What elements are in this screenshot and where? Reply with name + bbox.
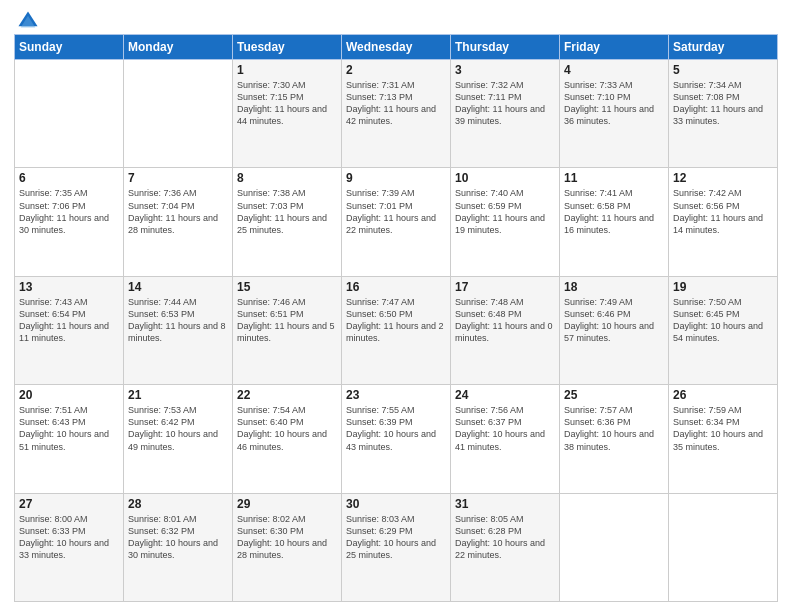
calendar-day-cell: [124, 60, 233, 168]
calendar-day-cell: 2Sunrise: 7:31 AM Sunset: 7:13 PM Daylig…: [342, 60, 451, 168]
calendar-day-cell: 31Sunrise: 8:05 AM Sunset: 6:28 PM Dayli…: [451, 493, 560, 601]
calendar-day-cell: 24Sunrise: 7:56 AM Sunset: 6:37 PM Dayli…: [451, 385, 560, 493]
day-number: 4: [564, 63, 664, 77]
calendar-week-row: 13Sunrise: 7:43 AM Sunset: 6:54 PM Dayli…: [15, 276, 778, 384]
calendar-day-cell: 23Sunrise: 7:55 AM Sunset: 6:39 PM Dayli…: [342, 385, 451, 493]
calendar-week-row: 20Sunrise: 7:51 AM Sunset: 6:43 PM Dayli…: [15, 385, 778, 493]
calendar-day-cell: 20Sunrise: 7:51 AM Sunset: 6:43 PM Dayli…: [15, 385, 124, 493]
day-number: 8: [237, 171, 337, 185]
calendar-day-cell: 13Sunrise: 7:43 AM Sunset: 6:54 PM Dayli…: [15, 276, 124, 384]
logo-icon: [17, 10, 39, 32]
calendar-header-day: Tuesday: [233, 35, 342, 60]
calendar-day-cell: 18Sunrise: 7:49 AM Sunset: 6:46 PM Dayli…: [560, 276, 669, 384]
day-number: 28: [128, 497, 228, 511]
day-number: 2: [346, 63, 446, 77]
day-number: 24: [455, 388, 555, 402]
day-info: Sunrise: 7:53 AM Sunset: 6:42 PM Dayligh…: [128, 404, 228, 453]
day-number: 10: [455, 171, 555, 185]
day-info: Sunrise: 7:59 AM Sunset: 6:34 PM Dayligh…: [673, 404, 773, 453]
calendar-day-cell: 3Sunrise: 7:32 AM Sunset: 7:11 PM Daylig…: [451, 60, 560, 168]
day-number: 13: [19, 280, 119, 294]
day-info: Sunrise: 8:05 AM Sunset: 6:28 PM Dayligh…: [455, 513, 555, 562]
calendar-week-row: 27Sunrise: 8:00 AM Sunset: 6:33 PM Dayli…: [15, 493, 778, 601]
page: SundayMondayTuesdayWednesdayThursdayFrid…: [0, 0, 792, 612]
day-info: Sunrise: 7:41 AM Sunset: 6:58 PM Dayligh…: [564, 187, 664, 236]
day-number: 20: [19, 388, 119, 402]
day-info: Sunrise: 7:49 AM Sunset: 6:46 PM Dayligh…: [564, 296, 664, 345]
calendar-header-day: Saturday: [669, 35, 778, 60]
calendar-day-cell: 19Sunrise: 7:50 AM Sunset: 6:45 PM Dayli…: [669, 276, 778, 384]
calendar-day-cell: 8Sunrise: 7:38 AM Sunset: 7:03 PM Daylig…: [233, 168, 342, 276]
day-info: Sunrise: 7:55 AM Sunset: 6:39 PM Dayligh…: [346, 404, 446, 453]
day-info: Sunrise: 7:54 AM Sunset: 6:40 PM Dayligh…: [237, 404, 337, 453]
day-number: 16: [346, 280, 446, 294]
day-info: Sunrise: 7:38 AM Sunset: 7:03 PM Dayligh…: [237, 187, 337, 236]
day-number: 31: [455, 497, 555, 511]
day-number: 3: [455, 63, 555, 77]
calendar-header-day: Friday: [560, 35, 669, 60]
day-number: 25: [564, 388, 664, 402]
calendar-day-cell: 14Sunrise: 7:44 AM Sunset: 6:53 PM Dayli…: [124, 276, 233, 384]
day-info: Sunrise: 7:57 AM Sunset: 6:36 PM Dayligh…: [564, 404, 664, 453]
day-info: Sunrise: 7:44 AM Sunset: 6:53 PM Dayligh…: [128, 296, 228, 345]
calendar-day-cell: 26Sunrise: 7:59 AM Sunset: 6:34 PM Dayli…: [669, 385, 778, 493]
calendar-day-cell: 12Sunrise: 7:42 AM Sunset: 6:56 PM Dayli…: [669, 168, 778, 276]
calendar-day-cell: 4Sunrise: 7:33 AM Sunset: 7:10 PM Daylig…: [560, 60, 669, 168]
calendar-day-cell: 27Sunrise: 8:00 AM Sunset: 6:33 PM Dayli…: [15, 493, 124, 601]
calendar-day-cell: [560, 493, 669, 601]
calendar-day-cell: 16Sunrise: 7:47 AM Sunset: 6:50 PM Dayli…: [342, 276, 451, 384]
calendar-day-cell: [669, 493, 778, 601]
day-number: 29: [237, 497, 337, 511]
day-info: Sunrise: 8:00 AM Sunset: 6:33 PM Dayligh…: [19, 513, 119, 562]
day-info: Sunrise: 7:34 AM Sunset: 7:08 PM Dayligh…: [673, 79, 773, 128]
calendar-day-cell: 11Sunrise: 7:41 AM Sunset: 6:58 PM Dayli…: [560, 168, 669, 276]
calendar-header-day: Sunday: [15, 35, 124, 60]
day-info: Sunrise: 8:02 AM Sunset: 6:30 PM Dayligh…: [237, 513, 337, 562]
day-number: 11: [564, 171, 664, 185]
day-info: Sunrise: 7:51 AM Sunset: 6:43 PM Dayligh…: [19, 404, 119, 453]
day-number: 19: [673, 280, 773, 294]
calendar-day-cell: 5Sunrise: 7:34 AM Sunset: 7:08 PM Daylig…: [669, 60, 778, 168]
day-number: 21: [128, 388, 228, 402]
day-number: 15: [237, 280, 337, 294]
day-info: Sunrise: 7:42 AM Sunset: 6:56 PM Dayligh…: [673, 187, 773, 236]
day-info: Sunrise: 7:31 AM Sunset: 7:13 PM Dayligh…: [346, 79, 446, 128]
calendar-week-row: 6Sunrise: 7:35 AM Sunset: 7:06 PM Daylig…: [15, 168, 778, 276]
calendar-header-day: Wednesday: [342, 35, 451, 60]
calendar-header-row: SundayMondayTuesdayWednesdayThursdayFrid…: [15, 35, 778, 60]
day-number: 6: [19, 171, 119, 185]
day-info: Sunrise: 7:30 AM Sunset: 7:15 PM Dayligh…: [237, 79, 337, 128]
calendar-day-cell: 10Sunrise: 7:40 AM Sunset: 6:59 PM Dayli…: [451, 168, 560, 276]
day-number: 18: [564, 280, 664, 294]
calendar-day-cell: 17Sunrise: 7:48 AM Sunset: 6:48 PM Dayli…: [451, 276, 560, 384]
day-info: Sunrise: 7:46 AM Sunset: 6:51 PM Dayligh…: [237, 296, 337, 345]
day-number: 14: [128, 280, 228, 294]
day-info: Sunrise: 7:36 AM Sunset: 7:04 PM Dayligh…: [128, 187, 228, 236]
day-number: 9: [346, 171, 446, 185]
calendar-day-cell: 25Sunrise: 7:57 AM Sunset: 6:36 PM Dayli…: [560, 385, 669, 493]
day-number: 1: [237, 63, 337, 77]
day-number: 26: [673, 388, 773, 402]
calendar-header-day: Monday: [124, 35, 233, 60]
day-info: Sunrise: 7:33 AM Sunset: 7:10 PM Dayligh…: [564, 79, 664, 128]
day-info: Sunrise: 7:43 AM Sunset: 6:54 PM Dayligh…: [19, 296, 119, 345]
calendar-day-cell: 29Sunrise: 8:02 AM Sunset: 6:30 PM Dayli…: [233, 493, 342, 601]
calendar-day-cell: 9Sunrise: 7:39 AM Sunset: 7:01 PM Daylig…: [342, 168, 451, 276]
calendar-table: SundayMondayTuesdayWednesdayThursdayFrid…: [14, 34, 778, 602]
logo-text: [14, 10, 39, 32]
day-number: 27: [19, 497, 119, 511]
day-number: 17: [455, 280, 555, 294]
calendar-day-cell: [15, 60, 124, 168]
day-info: Sunrise: 7:48 AM Sunset: 6:48 PM Dayligh…: [455, 296, 555, 345]
day-number: 5: [673, 63, 773, 77]
day-number: 7: [128, 171, 228, 185]
logo: [14, 10, 39, 28]
day-info: Sunrise: 7:35 AM Sunset: 7:06 PM Dayligh…: [19, 187, 119, 236]
calendar-week-row: 1Sunrise: 7:30 AM Sunset: 7:15 PM Daylig…: [15, 60, 778, 168]
day-info: Sunrise: 8:03 AM Sunset: 6:29 PM Dayligh…: [346, 513, 446, 562]
calendar-day-cell: 15Sunrise: 7:46 AM Sunset: 6:51 PM Dayli…: [233, 276, 342, 384]
day-number: 22: [237, 388, 337, 402]
day-number: 23: [346, 388, 446, 402]
day-info: Sunrise: 7:47 AM Sunset: 6:50 PM Dayligh…: [346, 296, 446, 345]
day-info: Sunrise: 7:39 AM Sunset: 7:01 PM Dayligh…: [346, 187, 446, 236]
